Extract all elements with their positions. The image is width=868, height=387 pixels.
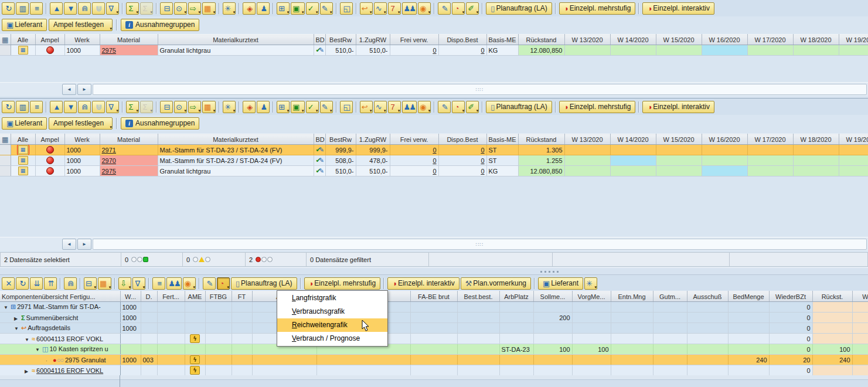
column-header[interactable]: Fert... bbox=[157, 291, 185, 302]
basis-me-cell[interactable]: KG bbox=[486, 166, 518, 176]
week-cell[interactable] bbox=[852, 334, 868, 344]
week-cell[interactable] bbox=[656, 155, 702, 166]
dropdown-arrow[interactable]: ▾ bbox=[370, 108, 372, 113]
material-link[interactable]: 2971 bbox=[100, 145, 158, 155]
dropdown-arrow[interactable]: ▾ bbox=[428, 10, 431, 14]
collapse-all-icon[interactable]: ⇈ bbox=[44, 277, 57, 290]
material-link[interactable]: 2975 bbox=[100, 166, 158, 176]
abc-analysis-icon[interactable]: ◈ bbox=[243, 2, 256, 15]
dropdown-arrow[interactable]: ▾ bbox=[198, 108, 200, 113]
column-header[interactable]: Komponentenübersicht Fertigu... bbox=[0, 291, 120, 302]
dropdown-arrow[interactable]: ▾ bbox=[428, 108, 431, 113]
row-selector[interactable] bbox=[0, 155, 11, 166]
user-settings-icon[interactable]: ♟ bbox=[257, 2, 270, 15]
einzelpl-mehrstufig-button[interactable]: ◑Einzelpl. mehrstufig bbox=[559, 2, 636, 15]
refresh-icon[interactable]: ↻ bbox=[16, 277, 29, 290]
week-cell[interactable] bbox=[656, 45, 702, 56]
sort-asc-icon[interactable]: ▲ bbox=[50, 2, 63, 15]
scrollbar-grip[interactable]: ∷∷ bbox=[476, 242, 484, 247]
print-icon[interactable]: ⊟▾ bbox=[84, 277, 97, 290]
column-header[interactable]: Basis-ME bbox=[486, 134, 518, 145]
week-cell[interactable] bbox=[610, 155, 656, 166]
ausnahmegruppen-button[interactable]: iAusnahmegruppen bbox=[121, 19, 199, 31]
collapse-arrow[interactable]: ▼ bbox=[4, 305, 11, 310]
dropdown-arrow[interactable]: ▾ bbox=[233, 108, 236, 113]
dropdown-arrow[interactable]: ▾ bbox=[227, 285, 229, 289]
ame-cell[interactable] bbox=[185, 302, 205, 313]
werk-cell[interactable]: 1000 bbox=[120, 355, 141, 365]
planauftrag-button[interactable]: ▯Planauftrag (LA) bbox=[231, 277, 297, 290]
column-header[interactable]: D. bbox=[141, 291, 157, 302]
select-all-corner[interactable]: ▦ bbox=[0, 134, 11, 145]
week-cell[interactable] bbox=[839, 166, 868, 176]
refresh-icon[interactable]: ↻ bbox=[2, 101, 15, 113]
pie-chart-icon[interactable]: ◔▾ bbox=[452, 101, 465, 113]
ausnahmegruppen-button[interactable]: iAusnahmegruppen bbox=[121, 117, 199, 130]
week-column-header[interactable]: W 18/2020 bbox=[793, 134, 839, 145]
rueckst-cell[interactable] bbox=[812, 313, 852, 323]
dropdown-arrow[interactable]: ▾ bbox=[109, 285, 111, 289]
werk-cell[interactable]: 1000 bbox=[64, 145, 100, 155]
column-header[interactable]: FA-BE brut bbox=[410, 291, 457, 302]
einzelpl-mehrstufig-button[interactable]: ◑Einzelpl. mehrstufig bbox=[559, 101, 636, 113]
week-column-header[interactable]: W 18/2020 bbox=[793, 35, 839, 45]
megaphone-icon[interactable]: ◉▾ bbox=[183, 277, 196, 290]
rueckstand-cell[interactable]: 1.305 bbox=[518, 145, 564, 155]
graphic-icon[interactable]: ✳▾ bbox=[223, 101, 236, 113]
week-column-header[interactable]: W 13/2020 bbox=[564, 35, 610, 45]
filter-icon[interactable]: ∇▾ bbox=[106, 101, 119, 113]
sort-desc-icon[interactable]: ▼ bbox=[64, 101, 77, 113]
partners-icon[interactable]: ♟♟ bbox=[166, 277, 181, 290]
dropdown-arrow[interactable]: ▾ bbox=[150, 108, 152, 113]
ampel-festlegen-button[interactable]: Ampel festlegen▾ bbox=[49, 117, 113, 130]
table-settings-icon[interactable]: ▦▾ bbox=[202, 2, 216, 15]
week-column-header[interactable]: W 16/2020 bbox=[702, 35, 747, 45]
new-view-icon[interactable]: ▣▾ bbox=[291, 2, 304, 15]
week-cell[interactable] bbox=[610, 45, 656, 56]
week-cell[interactable] bbox=[747, 166, 793, 176]
ame-cell[interactable] bbox=[185, 323, 205, 334]
dropdown-arrow[interactable]: ▾ bbox=[129, 285, 131, 289]
sort-asc-icon[interactable]: ▲ bbox=[50, 101, 63, 113]
week-column-header[interactable]: W 15/2020 bbox=[656, 134, 702, 145]
collapse-arrow[interactable]: ▼ bbox=[25, 337, 32, 342]
print-icon[interactable]: ⊟ bbox=[160, 2, 173, 15]
kurztext-cell[interactable]: Granulat lichtgrau bbox=[158, 166, 314, 176]
week-cell[interactable] bbox=[852, 355, 868, 365]
rueckstand-cell[interactable]: 12.080,850 bbox=[518, 45, 564, 56]
bedmenge-cell[interactable]: 240 bbox=[728, 355, 769, 365]
zugrw-cell[interactable]: 999,9- bbox=[356, 145, 390, 155]
wiederbzt-cell[interactable]: 0 bbox=[769, 344, 812, 355]
chart-icon[interactable]: ∿▾ bbox=[374, 2, 387, 15]
column-header[interactable]: Werk bbox=[64, 35, 100, 45]
bd-cell[interactable]: ✔✎ bbox=[314, 155, 325, 166]
bestrw-cell[interactable]: 999,9- bbox=[325, 145, 356, 155]
column-header[interactable]: Best.best. bbox=[457, 291, 499, 302]
einzelpl-interaktiv-button[interactable]: ◑Einzelpl. interaktiv bbox=[642, 101, 714, 113]
dropdown-arrow[interactable]: ▾ bbox=[287, 108, 290, 113]
undo-icon[interactable]: ↩▾ bbox=[360, 2, 373, 15]
graphic-icon[interactable]: ✳▾ bbox=[223, 2, 236, 15]
dropdown-arrow[interactable]: ▾ bbox=[330, 108, 332, 113]
dropdown-arrow[interactable]: ▾ bbox=[384, 10, 386, 14]
column-header[interactable]: FTBG bbox=[205, 291, 232, 302]
excel-export-icon[interactable]: ⇩▾ bbox=[118, 277, 131, 290]
column-header[interactable]: Basis-ME bbox=[486, 35, 518, 45]
find-next-icon[interactable]: ⋓ bbox=[92, 101, 105, 113]
wiederbzt-cell[interactable]: 0 bbox=[769, 323, 812, 334]
column-header[interactable]: Alle bbox=[11, 134, 35, 145]
megaphone-icon[interactable]: ◉▾ bbox=[418, 2, 431, 15]
row-selector[interactable] bbox=[0, 145, 11, 155]
d-cell[interactable]: 003 bbox=[141, 355, 157, 365]
change-icon[interactable]: ✎ bbox=[438, 2, 451, 15]
arbplatz-cell[interactable]: ST-DA-23 bbox=[499, 344, 533, 355]
sum-icon[interactable]: Σ▾ bbox=[126, 101, 139, 113]
scroll-right-button[interactable]: ► bbox=[77, 84, 91, 95]
week-cell[interactable] bbox=[610, 145, 656, 155]
dropdown-arrow[interactable]: ▾ bbox=[136, 10, 138, 14]
table-settings-icon[interactable]: ▦▾ bbox=[98, 277, 111, 290]
material-link[interactable]: 2975 bbox=[100, 45, 158, 56]
werk-cell[interactable]: 1000 bbox=[120, 302, 141, 313]
dropdown-arrow[interactable]: ▾ bbox=[398, 108, 400, 113]
basis-me-cell[interactable]: KG bbox=[486, 45, 518, 56]
